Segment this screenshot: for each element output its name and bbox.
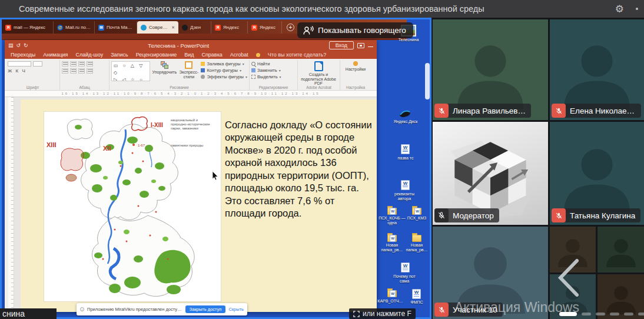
desktop-icon-folder5[interactable] [387,288,397,297]
desktop-icon-doc1[interactable] [401,144,410,154]
pagination-dash[interactable] [624,313,633,315]
group-label-adobe: Adobe Acrobat [298,85,340,89]
adobe-pdf-button[interactable]: Создать и поделиться Adobe PDF [300,61,337,86]
desktop-icon-label: ПСХ_КОЧБ —одна [379,216,406,225]
yandex-favicon: Я [251,25,257,31]
align-left-icon[interactable] [62,68,68,74]
justify-icon[interactable] [87,68,93,74]
shape-fill-button[interactable]: Заливка фигуры ▾ [201,61,247,67]
more-dot-icon[interactable] [636,8,638,10]
desktop-icon-folder2[interactable] [412,205,421,215]
desktop-icon-yadisk[interactable] [399,109,411,118]
shape-fill-label: Заливка фигуры [207,61,240,67]
participant-tile-moderator[interactable]: Модератор [433,122,548,225]
signin-button[interactable]: Вход [329,41,354,49]
pagination-dash[interactable] [596,313,605,315]
desktop-icon-label: ФМПС [403,300,430,305]
participant-tile-tatiana[interactable]: Татьяна Кулагина [550,122,644,225]
replace-button[interactable]: Заменить ▾ [251,68,281,73]
desktop-icon-doc2[interactable] [401,180,410,190]
ribbon-tab-review[interactable]: Рецензирование [136,52,177,58]
font-style-buttons[interactable]: Ж К Ч [8,68,42,74]
legend-dot-range: 1-67 [138,144,145,147]
show-speaker-toggle[interactable]: Показывать говорящего [297,22,413,38]
arrange-label: Упорядочить [152,70,177,75]
ribbon-group-font: Ж К Ч Шрифт [6,60,60,90]
settings-label: Настройки [346,67,366,72]
slide-textbox[interactable]: Согласно докладу «О состоянии окружающей… [225,119,373,220]
settings-button[interactable]: Настройки [342,61,369,72]
desktop-icon-folder1[interactable] [387,205,397,215]
participant-tile-linara[interactable]: Линара Равильев… [433,19,548,120]
numbering-icon[interactable] [70,61,77,67]
browser-tab-active-telemost[interactable]: Современ… ✕ [137,21,178,34]
word-file-icon [401,144,410,154]
pagination-dash[interactable] [638,313,644,315]
find-button[interactable]: Найти [251,61,281,67]
shared-screen: Я mail — Яндекс @ Mail.ru почта ✉ Почта … [0,18,431,319]
fullscreen-hint[interactable]: или нажмите F [349,308,416,319]
font-size-box[interactable] [33,61,42,67]
desktop-icon-folder4[interactable] [412,232,421,242]
ribbon-tab-record[interactable]: Запись [111,52,128,58]
browser-tab-dzen[interactable]: Дзен [178,21,211,34]
redo-icon[interactable]: ↻ [24,42,28,48]
conference-title: Современные исследования зеленого каркас… [19,4,615,14]
align-center-icon[interactable] [70,68,77,74]
save-icon[interactable]: ▤ [8,42,14,48]
ribbon-tab-acrobat[interactable]: Acrobat [230,52,248,58]
desktop-icon-doc4[interactable] [412,289,421,299]
ribbon-tab-transitions[interactable]: Переходы [11,52,35,58]
quick-styles-icon [185,61,192,69]
replace-label: Заменить [257,68,277,73]
yandex-favicon: Я [215,25,221,31]
desktop-icon-folder3[interactable] [387,232,397,242]
previous-page-chevron[interactable] [556,258,583,298]
map-label-xiii: XIII [47,141,57,148]
map-label-xii: XII [103,145,111,152]
browser-tab-yandex1[interactable]: Я Яндекс [211,21,248,34]
conference-topbar: Современные исследования зеленого каркас… [0,0,644,18]
spacing-icon[interactable] [87,61,93,67]
settings-gear-icon[interactable]: ⚙ [615,3,624,15]
font-name-box[interactable] [8,61,31,67]
desktop-icon-doc3[interactable] [401,262,410,273]
minimize-icon[interactable] [368,46,373,47]
lightbulb-icon [256,53,260,57]
ribbon-tab-slideshow[interactable]: Слайд-шоу [75,52,103,58]
hide-button[interactable]: Скрыть [228,307,244,312]
bullets-icon[interactable] [62,61,68,67]
stop-sharing-button[interactable]: Закрыть доступ [185,305,226,313]
yandex-disk-icon [399,109,411,118]
browser-tab-mailru[interactable]: @ Mail.ru почта [54,21,95,34]
browser-tab-mail-yandex[interactable]: Я mail — Яндекс [2,21,54,34]
ribbon-tab-help[interactable]: Справка [201,52,222,58]
moscow-map-image[interactable]: XIII XII I-XIII национальный и природно-… [44,112,221,301]
present-icon[interactable] [357,43,364,48]
undo-icon[interactable]: ↺ [16,42,21,48]
pagination-dash[interactable] [610,313,619,315]
align-right-icon[interactable] [78,68,85,74]
ribbon-tab-animations[interactable]: Анимация [43,52,68,58]
indent-icon[interactable] [78,61,85,67]
tell-me-box[interactable]: Что вы хотите сделать? [268,52,327,58]
select-button[interactable]: Выделить ▾ [251,74,281,79]
shape-effects-icon [201,75,205,79]
participant-mini-tile[interactable] [597,227,644,273]
ribbon-tab-view[interactable]: Вид [184,52,194,58]
participant-tile-elena[interactable]: Елена Николаевн… [550,19,644,120]
sidebar-scroll-handle[interactable] [425,63,430,99]
arrange-button[interactable]: Упорядочить [152,61,177,75]
group-label-drawing: Рисование [109,85,249,89]
quick-styles-button[interactable]: Экспресс-стили [179,61,198,79]
browser-tab-yandex2[interactable]: Я Яндекс [248,21,282,34]
shapes-gallery[interactable]: ▭ ○ △ ▽ ◇ ▷ ◁ ☆ ○ □ [111,61,150,81]
tab-close-icon[interactable]: ✕ [171,25,175,30]
shape-effects-button[interactable]: Эффекты фигуры ▾ [201,74,247,79]
tab-label: Дзен [190,25,201,30]
pagination-current[interactable] [559,312,577,316]
browser-tab-pochta-mailru[interactable]: ✉ Почта Mail.ru [95,21,137,34]
shape-outline-button[interactable]: Контур фигуры ▾ [201,68,247,73]
pagination-dash[interactable] [582,313,591,315]
new-tab-button[interactable]: + [287,24,294,31]
